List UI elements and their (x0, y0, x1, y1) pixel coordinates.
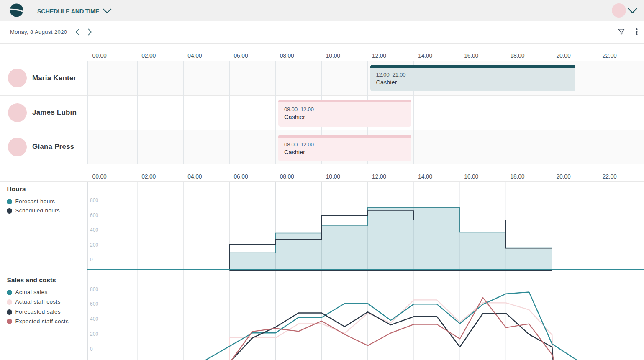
svg-text:600: 600 (90, 212, 98, 218)
svg-text:0: 0 (90, 346, 93, 352)
svg-text:800: 800 (90, 197, 98, 203)
svg-text:400: 400 (90, 227, 98, 233)
svg-text:600: 600 (90, 301, 98, 307)
svg-text:400: 400 (90, 316, 98, 322)
svg-text:200: 200 (90, 242, 98, 248)
svg-text:0: 0 (90, 257, 93, 263)
svg-text:200: 200 (90, 331, 98, 337)
svg-text:800: 800 (90, 286, 98, 292)
